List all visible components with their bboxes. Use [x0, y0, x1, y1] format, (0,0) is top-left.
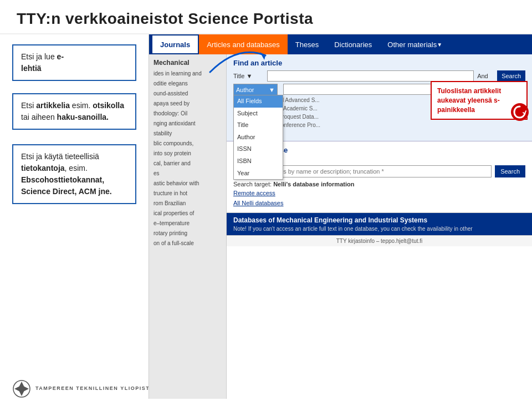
right-panel: Journals Articles and databases Theses D… — [149, 34, 532, 399]
sidebar-item: stability — [149, 129, 226, 139]
databases-section: Databases of Mechanical Engineering and … — [227, 213, 532, 235]
sidebar-item: on of a full-scale — [149, 238, 226, 248]
author-label: Author — [236, 87, 254, 93]
and-label: And — [477, 73, 494, 79]
box1-text1: Etsi ja lue e-lehtiä — [21, 52, 64, 73]
box3-bold2: Ebscohosttietokannat, Science Direct, AC… — [21, 175, 112, 196]
dropdown-option-allfields[interactable]: All Fields — [234, 95, 283, 108]
title-input[interactable] — [267, 70, 474, 82]
logo-text: TAMPEREEN TEKNILLINEN YLIOPISTO — [35, 385, 155, 392]
sidebar-item: ical properties of — [149, 209, 226, 219]
sidebar-item: rotary printing — [149, 229, 226, 238]
svg-marker-4 — [23, 386, 29, 392]
db-link-remote[interactable]: Remote access — [233, 189, 525, 199]
databases-note: Note! If you can't access an article ful… — [233, 225, 525, 233]
title-label: Title ▼ — [233, 73, 264, 79]
footer-text: TTY kirjastoinfo – teppo.hjelt@tut.fi — [336, 238, 423, 244]
dropdown-option-title[interactable]: Title — [234, 119, 283, 131]
title-search-row: Title ▼ And Search — [233, 70, 525, 82]
sidebar-item: e–temperature — [149, 219, 226, 229]
portal: Journals Articles and databases Theses D… — [149, 34, 532, 399]
nav-articles[interactable]: Articles and databases — [199, 34, 288, 54]
sidebar-item: thodology: Oil — [149, 109, 226, 119]
sidebar-item: blic compounds, — [149, 139, 226, 149]
tooltip-text: Tuloslistan artikkelit aukeavat yleensä … — [437, 87, 501, 114]
sidebar-item: cal, barrier and — [149, 159, 226, 169]
box2-bold3: haku-sanoilla. — [57, 113, 109, 121]
box-tietokannat: Etsi ja käytä tieteellisiä tietokantoja,… — [12, 144, 136, 204]
dropdown-option-year[interactable]: Year — [234, 168, 283, 180]
nav-theses[interactable]: Theses — [288, 34, 327, 54]
svg-point-5 — [19, 387, 24, 391]
dropdown-option-subject[interactable]: Subject — [234, 108, 283, 120]
portal-body: Mechanical ides in learning and oditie e… — [149, 54, 532, 399]
db-link-all[interactable]: All Nelli databases — [233, 199, 525, 209]
dropdown-arrow-icon: ▼ — [269, 87, 275, 93]
page-title: TTY:n verkkoaineistot Science Portista — [17, 10, 515, 28]
sidebar-title: Mechanical — [149, 57, 226, 69]
db-search-button[interactable]: Search — [495, 165, 525, 177]
box-artikkeli: Etsi artikkelia esim. otsikolla tai aihe… — [12, 93, 136, 130]
logo-area: TAMPEREEN TEKNILLINEN YLIOPISTO — [12, 379, 155, 398]
dropdown-option-isbn[interactable]: ISBN — [234, 155, 283, 168]
sidebar-item: nging antioxidant — [149, 119, 226, 129]
sidebar-item: apaya seed by — [149, 99, 226, 109]
tooltip-box: Tuloslistan artikkelit aukeavat yleensä … — [431, 81, 528, 120]
author-dropdown[interactable]: Author ▼ — [233, 84, 278, 95]
dropdown-option-author[interactable]: Author — [234, 131, 283, 144]
box2-bold1: artikkelia — [36, 101, 70, 110]
box3-text: Etsi ja käytä tieteellisiä tietokantoja,… — [21, 152, 112, 196]
portal-main: Find an article Title ▼ And Search — [227, 54, 532, 399]
nav-other[interactable]: Other materials — [380, 34, 450, 54]
dropdown-option-issn[interactable]: ISSN — [234, 143, 283, 155]
sidebar-item: ides in learning and — [149, 69, 226, 79]
db-target-label: Search target: — [233, 181, 272, 187]
nav-dictionaries[interactable]: Dictionaries — [326, 34, 380, 54]
db-links: Remote access All Nelli databases — [233, 189, 525, 208]
tooltip-swirl-icon — [510, 102, 530, 122]
author-dropdown-wrapper: Author ▼ All Fields Subject Title — [233, 84, 278, 95]
box2-text: Etsi artikkelia esim. otsikolla tai aihe… — [21, 101, 124, 121]
sidebar-item: rom Brazilian — [149, 199, 226, 209]
left-panel: Etsi ja lue e-lehtiä Etsi artikkelia esi… — [0, 34, 149, 399]
header: TTY:n verkkoaineistot Science Portista — [0, 0, 532, 34]
author-dropdown-selected[interactable]: Author ▼ — [234, 84, 277, 95]
databases-title: Databases of Mechanical Engineering and … — [233, 216, 525, 224]
box3-bold1: tietokantoja — [21, 164, 65, 172]
box2-bold2: otsikolla — [93, 101, 124, 110]
db-target: Search target: Nelli's database informat… — [233, 181, 525, 187]
sidebar-item: tructure in hot — [149, 189, 226, 199]
sidebar-item: into soy protein — [149, 149, 226, 159]
box-elehti: Etsi ja lue e-lehtiä — [12, 44, 136, 81]
sidebar-item: astic behavior with — [149, 179, 226, 189]
search-button[interactable]: Search — [497, 70, 525, 82]
dropdown-popup: All Fields Subject Title Author ISSN ISB… — [233, 95, 283, 180]
sidebar-item: oditie elegans — [149, 79, 226, 89]
sidebar-item: ound-assisted — [149, 89, 226, 99]
box1-bold1: e-lehtiä — [21, 52, 64, 73]
portal-sidebar: Mechanical ides in learning and oditie e… — [149, 54, 227, 399]
page-wrapper: TTY:n verkkoaineistot Science Portista E… — [0, 0, 532, 406]
db-target-value: Nelli's database information — [273, 181, 354, 187]
nav-bar: Journals Articles and databases Theses D… — [149, 34, 532, 54]
content-area: Etsi ja lue e-lehtiä Etsi artikkelia esi… — [0, 34, 532, 399]
svg-marker-3 — [14, 386, 20, 392]
find-article-section: Find an article Title ▼ And Search — [227, 54, 532, 141]
nav-journals[interactable]: Journals — [151, 34, 199, 54]
find-article-title: Find an article — [233, 59, 525, 67]
university-logo-icon — [12, 379, 31, 398]
portal-footer: TTY kirjastoinfo – teppo.hjelt@tut.fi — [227, 235, 532, 246]
sidebar-item: es — [149, 169, 226, 179]
